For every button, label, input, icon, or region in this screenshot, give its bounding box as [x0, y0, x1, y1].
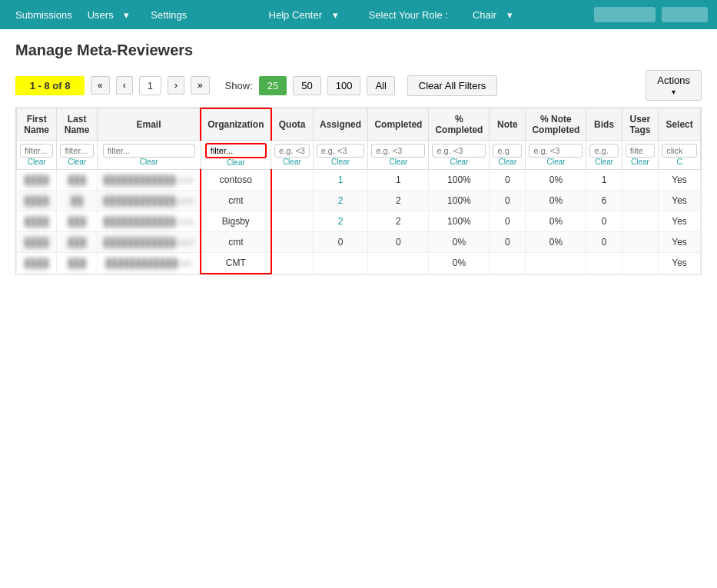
- assigned-value[interactable]: 1: [338, 174, 344, 185]
- filter-assigned-clear[interactable]: Clear: [317, 158, 365, 166]
- filter-quota-clear[interactable]: Clear: [274, 158, 310, 166]
- cell-note: 0: [490, 190, 526, 211]
- cell-bids: 0: [586, 211, 622, 231]
- table-body: ████ ███ ████████████.com contoso 1 1 10…: [17, 169, 701, 274]
- last-name-value: ███: [68, 258, 85, 267]
- cell-tags: [622, 252, 658, 274]
- filter-completed-clear[interactable]: Clear: [371, 158, 425, 166]
- filter-pct-completed-cell: Clear: [429, 140, 490, 169]
- assigned-value[interactable]: 2: [338, 195, 344, 206]
- clear-all-filters-btn[interactable]: Clear All Filters: [407, 75, 497, 96]
- cell-assigned: 2: [313, 211, 368, 231]
- select-value: Yes: [672, 216, 687, 227]
- email-value: ████████████.com: [104, 238, 194, 247]
- col-last-name: LastName: [57, 108, 97, 140]
- filter-bids-cell: Clear: [586, 140, 622, 169]
- cell-pct-note: 0%: [526, 211, 586, 231]
- cell-quota: [271, 169, 314, 190]
- table-row: ████ ███ ████████████.com contoso 1 1 10…: [17, 169, 701, 190]
- first-name-value: ████: [25, 217, 48, 226]
- cell-pct-completed: 0%: [429, 252, 490, 274]
- toolbar: 1 - 8 of 8 « ‹ 1 › » Show: 25 50 100 All…: [15, 70, 702, 101]
- actions-btn[interactable]: Actions ▾: [646, 70, 702, 101]
- nav-submissions[interactable]: Submissions: [9, 6, 78, 24]
- show-25-btn[interactable]: 25: [259, 76, 287, 95]
- filter-last-name-clear[interactable]: Clear: [60, 158, 93, 166]
- filter-tags-input[interactable]: [626, 144, 655, 158]
- cell-completed: 2: [368, 190, 429, 211]
- last-name-value: ███: [68, 238, 85, 247]
- filter-select-clear[interactable]: C: [662, 158, 697, 166]
- pagination-first-btn[interactable]: «: [91, 76, 110, 95]
- assigned-value: 0: [338, 237, 344, 247]
- filter-assigned-cell: Clear: [313, 140, 368, 169]
- col-first-name: FirstName: [17, 108, 57, 140]
- cell-email: ████████████.com: [97, 190, 201, 211]
- note-value: 0: [505, 237, 510, 247]
- nav-help-center[interactable]: Help Center ▾: [263, 6, 350, 24]
- filter-tags-cell: Clear: [622, 140, 658, 169]
- filter-org-cell: Clear: [201, 140, 271, 169]
- pagination-last-btn[interactable]: »: [191, 76, 210, 95]
- cell-tags: [622, 211, 658, 231]
- last-name-value: ███: [68, 217, 85, 226]
- filter-pct-note-clear[interactable]: Clear: [529, 158, 583, 166]
- actions-label: Actions: [657, 75, 690, 86]
- note-value: 0: [505, 195, 510, 206]
- pagination-prev-btn[interactable]: ‹: [116, 76, 133, 95]
- show-100-btn[interactable]: 100: [327, 76, 361, 95]
- filter-select-input[interactable]: [662, 144, 697, 158]
- filter-pct-completed-input[interactable]: [432, 144, 486, 158]
- filter-last-name-input[interactable]: [60, 144, 93, 158]
- org-value: cmt: [228, 195, 243, 206]
- bids-value: 0: [602, 216, 607, 227]
- filter-email-cell: Clear: [97, 140, 201, 169]
- email-value: ████████████.com: [104, 175, 194, 184]
- filter-note-clear[interactable]: Clear: [493, 158, 522, 166]
- nav-role-selector[interactable]: Chair ▾: [466, 6, 525, 24]
- filter-first-name-clear[interactable]: Clear: [20, 158, 53, 166]
- filter-quota-input[interactable]: [274, 144, 310, 158]
- cell-note: 0: [490, 211, 526, 231]
- cell-first-name: ████: [17, 231, 57, 252]
- cell-pct-completed: 100%: [429, 169, 490, 190]
- show-all-btn[interactable]: All: [367, 76, 394, 95]
- filter-first-name-input[interactable]: [20, 144, 53, 158]
- pagination-next-btn[interactable]: ›: [168, 76, 184, 95]
- nav-settings[interactable]: Settings: [144, 6, 193, 24]
- filter-pct-note-input[interactable]: [529, 144, 583, 158]
- pct-completed-value: 100%: [447, 174, 471, 185]
- filter-bids-clear[interactable]: Clear: [589, 158, 618, 166]
- col-bids: Bids: [586, 108, 622, 140]
- email-value: ████████████.om: [106, 258, 192, 267]
- first-name-value: ████: [25, 258, 48, 267]
- filter-bids-input[interactable]: [589, 144, 618, 158]
- note-value: 0: [505, 216, 510, 227]
- filter-email-clear[interactable]: Clear: [101, 158, 198, 166]
- filter-last-name-cell: Clear: [57, 140, 97, 169]
- cell-bids: [586, 252, 622, 274]
- cell-completed: 0: [368, 231, 429, 252]
- cell-first-name: ████: [17, 190, 57, 211]
- filter-tags-clear[interactable]: Clear: [626, 158, 655, 166]
- filter-note-input[interactable]: [493, 144, 522, 158]
- user-name-placeholder: [594, 7, 656, 22]
- filter-assigned-input[interactable]: [317, 144, 365, 158]
- assigned-value[interactable]: 2: [338, 216, 344, 227]
- filter-completed-input[interactable]: [371, 144, 425, 158]
- filter-org-clear[interactable]: Clear: [204, 158, 267, 167]
- show-label: Show:: [225, 80, 253, 91]
- cell-last-name: ███: [57, 169, 97, 190]
- nav-users[interactable]: Users ▾: [81, 6, 142, 24]
- col-pct-note-completed: % NoteCompleted: [526, 108, 586, 140]
- cell-quota: [271, 252, 314, 274]
- filter-org-input[interactable]: [205, 143, 267, 158]
- cell-pct-completed: 100%: [429, 211, 490, 231]
- completed-value: 1: [396, 174, 401, 185]
- cell-assigned: 2: [313, 190, 368, 211]
- filter-email-input[interactable]: [103, 144, 195, 158]
- filter-pct-completed-clear[interactable]: Clear: [432, 158, 486, 166]
- show-50-btn[interactable]: 50: [293, 76, 320, 95]
- cell-first-name: ████: [17, 169, 57, 190]
- completed-value: 2: [396, 216, 401, 227]
